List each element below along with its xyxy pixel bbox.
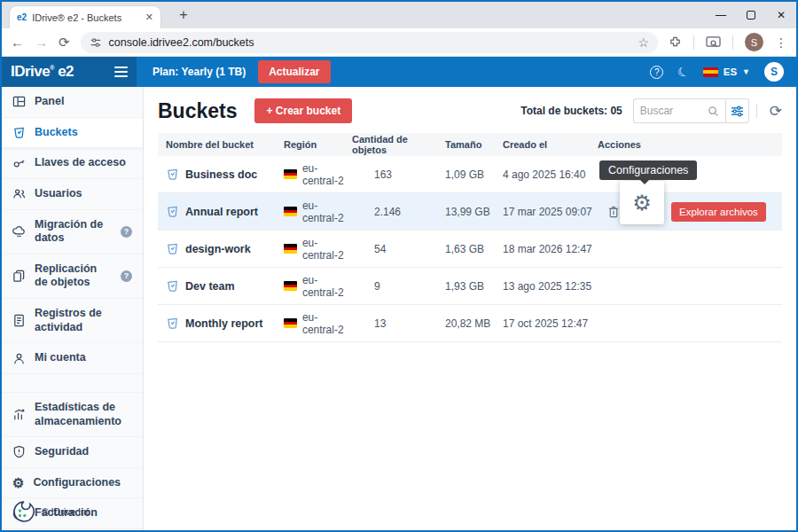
bucket-icon — [166, 242, 179, 255]
hamburger-menu-icon[interactable] — [114, 66, 128, 77]
idrive-e2-logo: IDrive® e2 — [11, 63, 106, 81]
sidebar-item-settings[interactable]: ⚙ Configuraciones — [2, 468, 143, 499]
logo-block: IDrive® e2 — [2, 57, 137, 87]
bucket-name[interactable]: Dev team — [185, 280, 235, 293]
search-input[interactable] — [640, 105, 704, 117]
column-header: Tamaño — [445, 139, 503, 150]
language-selector[interactable]: ES ▼ — [703, 66, 750, 77]
maximize-icon[interactable] — [747, 11, 755, 20]
bucket-icon — [166, 279, 179, 293]
table-row[interactable]: Dev team eu-central-2 9 1,93 GB 13 ago 2… — [158, 268, 782, 305]
search-icon — [708, 106, 719, 117]
browser-menu-icon[interactable]: ⋮ — [775, 35, 787, 50]
bucket-icon — [166, 205, 179, 218]
create-bucket-button[interactable]: + Crear bucket — [254, 98, 352, 123]
extensions-icon[interactable] — [669, 35, 682, 49]
bucket-icon — [166, 317, 179, 330]
size-value: 13,99 GB — [445, 206, 503, 218]
page-title: Buckets — [158, 99, 237, 123]
objects-count: 54 — [352, 243, 445, 255]
search-box[interactable] — [633, 98, 725, 123]
objects-count: 163 — [352, 168, 445, 181]
filter-sliders-icon — [731, 106, 744, 117]
browser-toolbar: ← → ⟳ console.idrivee2.com/buckets ☆ S ⋮ — [2, 28, 796, 57]
url-bar[interactable]: console.idrivee2.com/buckets ☆ — [81, 32, 658, 53]
spain-flag-icon — [703, 67, 718, 77]
sidebar-item-users[interactable]: Usuarios — [2, 179, 143, 210]
bucket-name[interactable]: design-work — [185, 243, 251, 255]
refresh-icon[interactable]: ⟳ — [770, 102, 782, 121]
region-value: eu-central-2 — [302, 162, 352, 187]
forward-icon[interactable]: → — [35, 35, 48, 50]
browser-profile-avatar[interactable]: S — [745, 33, 763, 51]
tooltip-arrow — [640, 180, 649, 184]
germany-flag-icon — [284, 169, 297, 179]
column-header: Acciones — [598, 139, 782, 150]
help-icon[interactable]: ? — [650, 66, 663, 79]
bookmark-star-icon[interactable]: ☆ — [638, 35, 649, 50]
size-value: 20,82 MB — [445, 317, 503, 330]
sidebar-item-my-account[interactable]: Mi cuenta — [2, 343, 143, 374]
tab-close-icon[interactable]: ✕ — [145, 12, 153, 23]
replication-icon — [12, 270, 26, 283]
lens-search-icon[interactable] — [706, 35, 721, 49]
region-value: eu-central-2 — [302, 200, 352, 224]
new-tab-button[interactable]: + — [174, 7, 193, 23]
region-value: eu-central-2 — [302, 311, 352, 336]
created-value: 17 mar 2025 09:07 — [503, 206, 598, 218]
sidebar-item-activity-logs[interactable]: Registros de actividad — [2, 299, 143, 343]
close-icon[interactable]: ✕ — [775, 9, 787, 21]
column-header: Nombre del bucket — [158, 139, 284, 150]
sidebar: Panel Buckets Llaves de acceso Usuarios … — [2, 87, 144, 530]
site-settings-icon[interactable] — [90, 36, 102, 49]
sidebar-footer: © IDrive Inc. — [12, 500, 93, 523]
app-header: IDrive® e2 Plan: Yearly (1 TB) Actualiza… — [2, 57, 796, 87]
sidebar-item-buckets[interactable]: Buckets — [2, 118, 143, 149]
minimize-icon[interactable]: — — [715, 9, 727, 21]
sidebar-item-data-migration[interactable]: Migración de datos ? — [2, 210, 143, 254]
table-header-row: Nombre del bucket Región Cantidad de obj… — [158, 133, 782, 156]
delete-trash-icon[interactable] — [607, 205, 620, 218]
bucket-settings-button[interactable]: ⚙ — [620, 181, 664, 224]
dark-mode-moon-icon[interactable]: ☾ — [675, 63, 691, 81]
sidebar-item-object-replication[interactable]: Replicación de objetos ? — [2, 254, 143, 299]
key-icon — [12, 157, 26, 170]
objects-count: 13 — [352, 317, 445, 330]
activity-log-icon — [12, 314, 26, 327]
bucket-name[interactable]: Monthly report — [185, 317, 263, 330]
bucket-name[interactable]: Annual report — [185, 206, 258, 218]
table-row[interactable]: Annual report eu-central-2 2.146 13,99 G… — [158, 193, 782, 231]
size-value: 1,93 GB — [445, 280, 503, 293]
table-row[interactable]: Monthly report eu-central-2 13 20,82 MB … — [158, 305, 782, 342]
tab-favicon: e2 — [17, 12, 27, 22]
browser-tab[interactable]: e2 IDrive® e2 - Buckets ✕ — [9, 5, 161, 28]
table-row[interactable]: design-work eu-central-2 54 1,63 GB 18 m… — [158, 231, 782, 268]
bucket-name[interactable]: Business doc — [185, 168, 257, 181]
account-avatar[interactable]: S — [764, 62, 784, 82]
toolbar-divider — [732, 35, 733, 50]
language-code: ES — [724, 66, 737, 77]
column-header: Cantidad de objetos — [352, 134, 445, 155]
help-badge-icon[interactable]: ? — [121, 226, 132, 238]
explore-files-button[interactable]: Explorar archivos — [671, 202, 766, 222]
copyright-text: © IDrive Inc. — [42, 506, 93, 517]
germany-flag-icon — [284, 318, 297, 328]
plan-label: Plan: Yearly (1 TB) — [153, 66, 246, 78]
sidebar-item-storage-stats[interactable]: Estadísticas de almacenamiento — [2, 392, 143, 437]
sidebar-item-access-keys[interactable]: Llaves de acceso — [2, 148, 143, 179]
users-icon — [12, 187, 26, 200]
filter-button[interactable] — [725, 98, 749, 123]
sidebar-item-panel[interactable]: Panel — [2, 87, 143, 118]
upgrade-button[interactable]: Actualizar — [258, 60, 330, 83]
help-badge-icon[interactable]: ? — [121, 270, 132, 282]
bucket-icon — [166, 168, 179, 181]
back-icon[interactable]: ← — [11, 35, 24, 50]
main-content: Buckets + Crear bucket Total de buckets:… — [144, 87, 796, 530]
chevron-down-icon: ▼ — [742, 67, 750, 76]
sidebar-item-security[interactable]: Seguridad — [2, 437, 143, 468]
reload-icon[interactable]: ⟳ — [59, 35, 70, 51]
url-text: console.idrivee2.com/buckets — [109, 36, 631, 49]
idrive-logo-icon — [12, 500, 35, 523]
region-value: eu-central-2 — [302, 274, 352, 299]
column-header: Región — [284, 139, 352, 150]
